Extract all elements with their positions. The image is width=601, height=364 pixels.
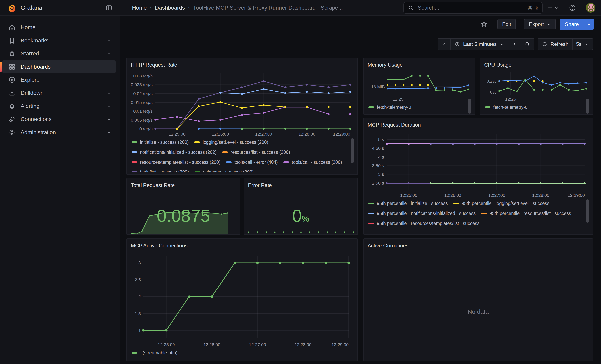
panel-title[interactable]: HTTP Request Rate xyxy=(130,61,354,69)
sidebar-item-starred[interactable]: Starred xyxy=(2,47,116,60)
sidebar-item-home[interactable]: Home xyxy=(2,21,116,34)
search-shortcut: ⌘+k xyxy=(528,5,538,11)
svg-text:0.015 req/s: 0.015 req/s xyxy=(131,100,153,105)
sidebar-item-label: Administration xyxy=(21,129,106,136)
chevron-down-icon[interactable] xyxy=(106,103,112,109)
clock-icon xyxy=(454,41,460,47)
legend-scrollbar[interactable] xyxy=(351,138,354,163)
dock-menu-icon[interactable] xyxy=(104,3,114,13)
favorite-star-icon[interactable] xyxy=(479,19,489,30)
sidebar-item-drilldown[interactable]: Drilldown xyxy=(2,87,116,99)
chevron-down-icon[interactable] xyxy=(106,90,112,96)
breadcrumb-separator-icon: › xyxy=(150,5,152,11)
sidebar-item-dashboards[interactable]: Dashboards xyxy=(2,60,116,73)
legend-item[interactable]: fetch-telemetry-0 xyxy=(369,103,411,111)
legend-item[interactable]: - (streamable-http) xyxy=(131,349,178,357)
search-input[interactable]: ⌘+k xyxy=(403,2,542,14)
legend-swatch xyxy=(131,171,137,172)
svg-text:12:27:00: 12:27:00 xyxy=(249,342,266,347)
legend-item[interactable]: initialize - success (200) xyxy=(131,138,189,146)
chevron-down-icon[interactable] xyxy=(106,38,112,43)
legend-scrollbar[interactable] xyxy=(468,98,471,114)
legend-item[interactable]: resources/templates/list - success (200) xyxy=(131,158,220,166)
legend-swatch xyxy=(369,203,374,204)
legend-item[interactable]: resources/list - success (200) xyxy=(222,148,290,156)
legend-item[interactable]: tools/list - success (200) xyxy=(131,168,189,172)
sidebar-item-label: Explore xyxy=(21,77,112,83)
panel-title[interactable]: Memory Usage xyxy=(367,61,472,69)
chevron-down-icon[interactable] xyxy=(106,51,112,56)
panel-title[interactable]: MCP Request Duration xyxy=(367,121,590,129)
legend-swatch xyxy=(194,141,200,143)
sidebar-item-explore[interactable]: Explore xyxy=(2,74,116,86)
panel-title[interactable]: Total Request Rate xyxy=(130,182,237,189)
legend-item[interactable]: fetch-telemetry-0 xyxy=(485,103,528,111)
edit-button[interactable]: Edit xyxy=(497,19,516,30)
svg-text:0.2%: 0.2% xyxy=(487,79,496,84)
divider xyxy=(520,20,520,28)
legend-swatch xyxy=(226,161,231,163)
legend-scrollbar[interactable] xyxy=(586,199,589,223)
legend-item[interactable]: tools/call - success (200) xyxy=(283,158,342,166)
panel-memory-usage: Memory Usage 12:2516 MiB fetch-telemetry… xyxy=(363,58,475,115)
sidebar-item-connections[interactable]: Connections xyxy=(2,113,116,126)
svg-text:0.025 req/s: 0.025 req/s xyxy=(131,82,153,87)
sidebar-item-label: Dashboards xyxy=(21,64,106,70)
breadcrumb-item[interactable]: Home xyxy=(132,5,147,11)
no-data-message: No data xyxy=(364,308,593,315)
refresh-interval-picker[interactable]: 5s xyxy=(572,39,593,50)
time-shift-back-button[interactable] xyxy=(438,39,451,50)
svg-text:3: 3 xyxy=(138,260,141,266)
time-shift-forward-button[interactable] xyxy=(508,39,521,50)
legend-item[interactable]: logging/setLevel - success (200) xyxy=(194,138,268,146)
panel-title[interactable]: Error Rate xyxy=(247,182,354,189)
legend-item[interactable]: unknown - success (200) xyxy=(195,168,254,172)
help-icon[interactable] xyxy=(567,3,578,13)
sidebar-item-label: Connections xyxy=(21,116,106,122)
chevron-down-icon xyxy=(584,42,589,47)
sidebar-item-label: Starred xyxy=(21,50,106,57)
legend-item[interactable]: notifications/initialized - success (202… xyxy=(131,148,217,156)
share-button[interactable]: Share xyxy=(560,19,584,30)
chevron-down-icon[interactable] xyxy=(106,64,112,69)
divider xyxy=(563,4,563,12)
panel-title[interactable]: Active Goroutines xyxy=(367,242,590,250)
sidebar-item-administration[interactable]: Administration xyxy=(2,126,116,139)
new-button[interactable] xyxy=(547,4,559,11)
svg-text:0%: 0% xyxy=(490,90,496,95)
legend-swatch xyxy=(195,171,200,172)
sidebar-item-bookmarks[interactable]: Bookmarks xyxy=(2,34,116,47)
time-range-picker[interactable]: Last 5 minutes xyxy=(451,39,508,50)
svg-text:1.5: 1.5 xyxy=(135,311,141,316)
chevron-down-icon[interactable] xyxy=(106,129,112,135)
panel-title[interactable]: CPU Usage xyxy=(483,61,590,69)
legend-item[interactable]: 95th percentile - resources/list - succe… xyxy=(481,209,571,217)
divider xyxy=(493,20,493,28)
legend-item[interactable]: 95th percentile - initialize - success xyxy=(369,199,448,207)
legend-item[interactable]: 95th percentile - logging/setLevel - suc… xyxy=(453,199,549,207)
sidebar-item-alerting[interactable]: Alerting xyxy=(2,100,116,112)
grafana-app: Grafana Home›Dashboards›ToolHive MCP Ser… xyxy=(0,0,601,364)
panel-title[interactable]: MCP Active Connections xyxy=(130,242,354,250)
share-menu-caret[interactable] xyxy=(584,19,594,30)
duration-legend: 95th percentile - initialize - success95… xyxy=(367,199,590,232)
avatar[interactable] xyxy=(586,3,595,12)
svg-text:12:28:00: 12:28:00 xyxy=(298,132,315,137)
chevron-down-icon[interactable] xyxy=(106,117,112,122)
export-button[interactable]: Export xyxy=(524,19,556,30)
refresh-button[interactable]: Refresh xyxy=(538,39,572,50)
mcp-active-connections-chart: 12:25:0012:26:0012:27:0012:28:0012:29:00… xyxy=(130,250,355,348)
grafana-logo-icon[interactable] xyxy=(6,3,17,13)
legend-item[interactable]: tools/call - error (404) xyxy=(226,158,278,166)
legend-scrollbar[interactable] xyxy=(586,98,589,114)
zoom-out-button[interactable] xyxy=(521,39,534,50)
svg-text:12:25:00: 12:25:00 xyxy=(169,132,186,137)
legend-item[interactable]: 95th percentile - notifications/initiali… xyxy=(369,209,476,217)
share-button-group: Share xyxy=(560,19,594,30)
svg-text:12:25: 12:25 xyxy=(393,97,404,101)
memory-usage-chart: 12:2516 MiB xyxy=(367,69,473,103)
breadcrumb-item[interactable]: Dashboards xyxy=(155,5,185,11)
svg-text:12:28:00: 12:28:00 xyxy=(295,342,312,347)
legend-item[interactable]: 95th percentile - resources/templates/li… xyxy=(369,219,479,227)
search-field[interactable] xyxy=(417,4,524,11)
